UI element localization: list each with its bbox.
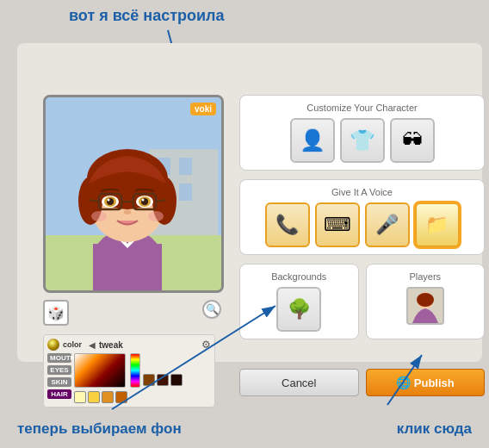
action-row: Cancel 🌐 Publish (239, 369, 485, 396)
svg-point-29 (142, 199, 145, 202)
hair-label: HAIR (47, 389, 71, 399)
folder-button[interactable]: 📁 (415, 202, 460, 247)
players-title: Players (374, 271, 478, 282)
swatches-row (74, 391, 127, 403)
swatch-3[interactable] (102, 391, 114, 403)
swatch-6[interactable] (157, 374, 169, 386)
svg-rect-11 (93, 244, 162, 293)
publish-label: Publish (414, 376, 455, 389)
tweak-label: tweak (99, 340, 123, 350)
svg-point-28 (108, 199, 110, 202)
color-label: color (63, 340, 82, 349)
players-button[interactable] (406, 287, 444, 325)
bottom-right-annotation: клик сюда (397, 420, 472, 438)
character-preview: voki (43, 95, 224, 293)
color-spectrum[interactable] (130, 353, 140, 388)
swatch-2[interactable] (88, 391, 100, 403)
dark-swatches-row (143, 374, 183, 386)
glasses-button[interactable]: 🕶 (390, 118, 435, 163)
cancel-button[interactable]: Cancel (239, 369, 359, 396)
voki-badge: voki (190, 103, 216, 115)
swatch-4[interactable] (115, 391, 127, 403)
main-panel: voki (17, 43, 482, 362)
eyes-row: EYES (47, 365, 71, 375)
zoom-button[interactable]: 🔍 (202, 300, 221, 319)
bottom-left-annotation: теперь выбираем фон (17, 420, 182, 438)
publish-button[interactable]: 🌐 Publish (366, 369, 486, 396)
color-dot (47, 339, 59, 351)
mouth-label: MOUTH (47, 353, 71, 363)
skin-row: SKIN (47, 377, 71, 387)
mouth-row: MOUTH (47, 353, 71, 363)
character-svg (46, 97, 224, 293)
players-img (408, 289, 443, 323)
voice-icon-row: 📞 ⌨ 🎤 📁 (247, 202, 477, 247)
dice-button[interactable]: 🎲 (43, 300, 69, 326)
customize-panel: Customize Your Character 👤 👕 🕶 (239, 95, 485, 171)
backgrounds-panel: Backgrounds 🌳 (239, 264, 359, 339)
phone-button[interactable]: 📞 (265, 202, 310, 247)
swatch-1[interactable] (74, 391, 86, 403)
microphone-button[interactable]: 🎤 (365, 202, 410, 247)
svg-point-35 (417, 293, 434, 307)
right-section: Customize Your Character 👤 👕 🕶 Give It A… (239, 95, 485, 339)
svg-point-31 (91, 211, 107, 221)
hair-row: HAIR (47, 389, 71, 399)
settings-icon[interactable]: ⚙ (201, 339, 211, 351)
skin-label: SKIN (47, 377, 71, 387)
bottom-row: Backgrounds 🌳 Players (239, 264, 485, 339)
customize-title: Customize Your Character (247, 103, 477, 113)
voice-panel: Give It A Voice 📞 ⌨ 🎤 📁 (239, 179, 485, 255)
color-gradient[interactable] (74, 353, 126, 388)
voice-title: Give It A Voice (247, 187, 477, 197)
backgrounds-title: Backgrounds (247, 271, 351, 282)
svg-point-32 (148, 211, 164, 221)
color-panel: color ◀ tweak ⚙ MOUTH EYES SKIN HAIR (43, 334, 215, 408)
person-button[interactable]: 👤 (290, 118, 335, 163)
svg-rect-8 (179, 184, 192, 201)
shirt-button[interactable]: 👕 (340, 118, 385, 163)
svg-point-30 (124, 209, 131, 215)
swatch-7[interactable] (170, 374, 183, 386)
players-panel: Players (366, 264, 486, 339)
backgrounds-button[interactable]: 🌳 (276, 287, 321, 332)
publish-icon: 🌐 (396, 376, 411, 389)
keyboard-button[interactable]: ⌨ (315, 202, 360, 247)
top-annotation: вот я всё настроила (69, 7, 225, 25)
svg-rect-6 (179, 158, 192, 175)
tweak-left-arrow[interactable]: ◀ (89, 340, 96, 350)
eyes-label: EYES (47, 365, 71, 375)
customize-icon-row: 👤 👕 🕶 (247, 118, 477, 163)
swatch-5[interactable] (143, 374, 155, 386)
